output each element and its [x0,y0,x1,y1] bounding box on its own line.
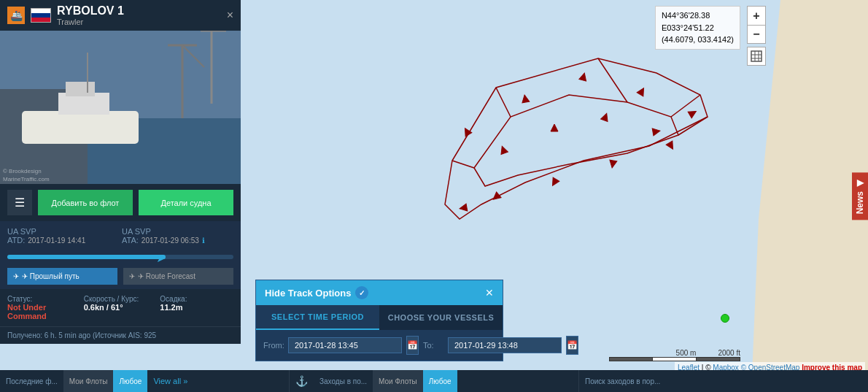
svg-line-3 [671,95,700,117]
svg-marker-12 [549,177,559,188]
forecast-icon: ✈ [129,272,135,280]
svg-text:MarineTraffic.com: MarineTraffic.com [3,176,50,182]
ports-label: Заходы в по... [314,377,373,385]
status-item-draft: Осадка: 11.2m [160,295,233,320]
vessel-title-row: 🚢 RYBOLOV 1 Trawler [7,4,124,26]
forecast-label: ✈ Route Forecast [138,272,195,280]
vessel-scene: © Brookdesign MarineTraffic.com [0,31,241,184]
view-all-button[interactable]: View all » [147,377,193,385]
vessel-dot[interactable] [721,314,729,323]
status-item-status: Статус: Not Under Command [7,295,81,320]
status-grid: Статус: Not Under Command Скорость / Кур… [0,289,241,326]
from-calendar-button[interactable]: 📅 [406,336,419,355]
progress-track: ➤ [7,255,233,259]
draft-label: Осадка: [160,295,233,303]
status-item-speed: Скорость / Курс: 0.6kn / 61° [84,295,158,320]
vessel-name: RYBOLOV 1 [57,4,124,18]
svg-marker-15 [499,145,508,155]
track-panel-title: Hide Track Options ✓ [265,286,368,299]
svg-marker-5 [462,126,472,137]
progress-fill [7,255,166,259]
calendar-icon-2: 📅 [567,340,578,350]
forecast-button[interactable]: ✈ ✈ Route Forecast [123,268,233,285]
svg-marker-13 [491,192,501,202]
arrival-label: UA SVP [122,227,233,236]
menu-button[interactable]: ☰ [7,190,32,215]
bottom-bar: Последние ф... Мои Флоты Любое View all … [0,370,868,392]
zoom-out-button[interactable]: − [747,25,766,44]
tab-time-label: SELECT TIME PERIOD [271,312,364,321]
close-panel-button[interactable]: × [227,9,233,22]
svg-marker-6 [521,94,530,103]
history-label: ✈ Прошлый путь [22,272,80,280]
svg-line-0 [452,161,474,168]
progress-row: ➤ [0,250,241,264]
calendar-icon: 📅 [407,340,418,350]
svg-rect-27 [22,111,139,144]
left-panel: 🚢 RYBOLOV 1 Trawler × [0,0,241,344]
to-date-input[interactable] [448,337,562,353]
port-search-label: Поиск заходов в пор... [579,377,666,385]
tab-vessels-label: CHOOSE YOUR VESSELS [388,313,495,322]
draft-value: 11.2m [160,303,233,312]
bottom-section-search: Поиск заходов в пор... [579,370,868,392]
zoom-controls: + − [747,6,766,44]
progress-arrow: ➤ [156,251,166,265]
zoom-in-button[interactable]: + [747,6,766,25]
any-button-1[interactable]: Любое [113,370,147,392]
status-value: Not Under Command [7,303,81,320]
from-date-input[interactable] [288,337,402,353]
add-fleet-button[interactable]: Добавить во флот [38,190,133,215]
action-buttons: ☰ Добавить во флот Детали судна [0,184,241,221]
my-fleets-button-1[interactable]: Мои Флоты [63,370,114,392]
anchor-icon: ⚓ [290,375,314,387]
speed-label: Скорость / Курс: [84,295,158,303]
to-calendar-button[interactable]: 📅 [566,336,578,355]
coord-lat: N44°36'28.38 [662,9,734,22]
atd-label: ATD: [7,236,25,245]
tab-select-time[interactable]: SELECT TIME PERIOD [256,305,379,330]
vessel-flag [31,8,51,23]
vessel-image: © Brookdesign MarineTraffic.com [0,31,241,184]
land-mass [751,0,868,392]
coord-display: N44°36'28.38 E033°24'51.22 (44.6079, 033… [655,6,740,50]
ata-value: 2017-01-29 06:53 [142,237,199,245]
svg-rect-19 [751,51,762,61]
ata-label: ATA: [122,236,139,245]
track-panel-close-button[interactable]: ✕ [485,287,494,299]
svg-marker-17 [601,112,611,122]
track-options-panel: Hide Track Options ✓ ✕ SELECT TIME PERIO… [255,280,503,361]
departure-label: UA SVP [7,227,119,236]
news-tab[interactable]: News ◀ [852,172,868,220]
map-type-button[interactable] [747,47,766,66]
svg-marker-10 [666,141,676,151]
svg-marker-7 [579,72,588,81]
scale-meters: 500 m [676,349,697,357]
atd-value: 2017-01-19 14:41 [28,237,85,245]
svg-rect-29 [66,82,95,96]
svg-marker-18 [652,127,661,136]
coord-decimal: (44.6079, 033.4142) [662,34,734,46]
my-fleets-button-2[interactable]: Мои Флоты [373,370,423,392]
vessel-header: 🚢 RYBOLOV 1 Trawler × [0,0,241,31]
svg-marker-16 [551,124,558,131]
track-panel-header: Hide Track Options ✓ ✕ [256,280,503,305]
bottom-section-ports: ⚓ Заходы в по... Мои Флоты Любое [290,370,579,392]
svg-line-1 [496,88,511,117]
date-row: From: 📅 To: 📅 [256,330,503,361]
vessel-details-button[interactable]: Детали судна [139,190,233,215]
speed-value: 0.6kn / 61° [84,303,158,312]
tab-choose-vessels[interactable]: CHOOSE YOUR VESSELS [379,305,503,330]
ata-info-icon: ℹ [202,237,205,245]
to-label: To: [423,341,443,350]
svg-line-2 [598,58,627,102]
status-label: Статус: [7,295,81,303]
map-layers-icon [751,50,762,62]
history-button[interactable]: ✈ ✈ Прошлый путь [7,268,117,285]
hide-track-label: Hide Track Options [265,288,351,299]
scale-feet: 2000 ft [718,349,740,357]
any-button-2[interactable]: Любое [423,370,457,392]
svg-marker-9 [688,108,698,118]
svg-marker-8 [637,86,647,96]
checkmark-icon: ✓ [355,286,368,299]
